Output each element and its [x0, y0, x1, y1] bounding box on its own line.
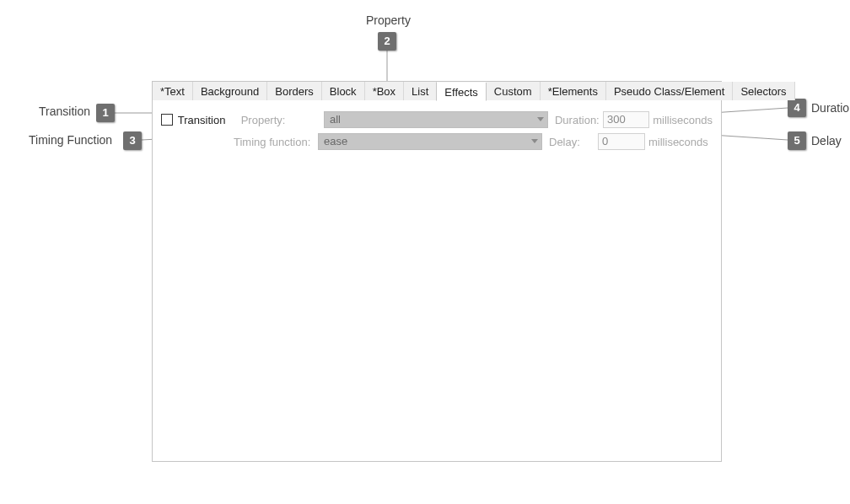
delay-input[interactable]: 0 — [598, 133, 645, 150]
duration-input[interactable]: 300 — [603, 111, 649, 128]
tab-borders[interactable]: Borders — [267, 82, 322, 100]
tab-effects[interactable]: Effects — [436, 83, 487, 101]
delay-label: Delay: — [549, 136, 598, 148]
delay-unit: milliseconds — [648, 136, 708, 148]
tab-block[interactable]: Block — [322, 82, 365, 100]
callout-label-transition: Transition — [39, 105, 90, 118]
duration-label: Duration: — [555, 114, 603, 126]
tab-list[interactable]: List — [404, 82, 437, 100]
callout-marker-transition: 1 — [96, 104, 115, 122]
callout-label-property: Property — [366, 13, 411, 27]
tab-elements[interactable]: *Elements — [541, 82, 606, 100]
tab-background[interactable]: Background — [193, 82, 267, 100]
tab-pseudo[interactable]: Pseudo Class/Element — [606, 82, 734, 100]
callout-marker-delay: 5 — [788, 131, 806, 150]
tab-selectors[interactable]: Selectors — [733, 82, 794, 100]
callout-label-delay: Delay — [811, 134, 842, 147]
tab-custom[interactable]: Custom — [487, 82, 541, 100]
callout-marker-duration: 4 — [788, 99, 806, 117]
tab-box[interactable]: *Box — [365, 82, 404, 100]
chevron-down-icon — [537, 117, 544, 121]
tabstrip: *Text Background Borders Block *Box List… — [153, 82, 721, 100]
property-select[interactable]: all — [324, 111, 548, 128]
property-label: Property: — [241, 114, 324, 126]
timing-function-select-value: ease — [324, 135, 347, 147]
css-effects-panel: *Text Background Borders Block *Box List… — [152, 81, 722, 462]
property-select-value: all — [330, 113, 341, 126]
transition-checkbox[interactable] — [161, 114, 173, 126]
callout-marker-timing-function: 3 — [123, 131, 142, 150]
chevron-down-icon — [531, 139, 538, 143]
row-property-duration: Transition Property: all Duration: 300 m… — [161, 109, 713, 131]
svg-line-3 — [712, 108, 788, 113]
callout-label-timing-function: Timing Function — [29, 133, 112, 147]
callout-label-duration: Duration — [811, 101, 850, 115]
timing-function-select[interactable]: ease — [318, 133, 542, 150]
tab-text[interactable]: *Text — [153, 82, 193, 100]
svg-line-4 — [712, 135, 788, 140]
row-timing-delay: Timing function: ease Delay: 0 milliseco… — [161, 131, 713, 153]
panel-body: Transition Property: all Duration: 300 m… — [153, 100, 721, 161]
callout-marker-property: 2 — [378, 32, 396, 51]
transition-checkbox-label: Transition — [178, 114, 233, 126]
duration-unit: milliseconds — [653, 114, 713, 126]
timing-function-label: Timing function: — [234, 136, 318, 148]
